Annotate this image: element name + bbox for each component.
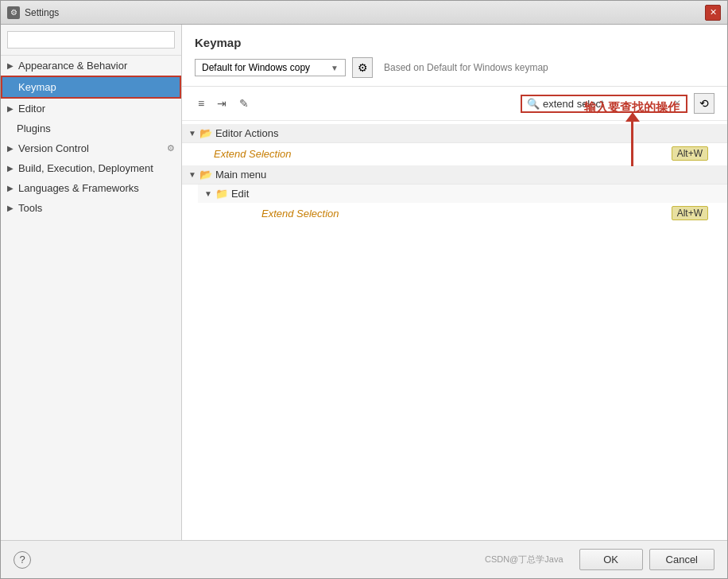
help-button[interactable]: ? [14,551,31,569]
sidebar-item-editor[interactable]: ▶ Editor [1,99,181,119]
item-name: Extend Selection [214,148,292,160]
tree-sub-header[interactable]: ▼ 📁 Edit [198,185,727,203]
sidebar-item-label: Languages & Frameworks [18,182,139,194]
bottom-bar: ? CSDN@丁总学Java OK Cancel [1,540,727,578]
search-clear-icon[interactable]: ✕ [673,98,681,109]
main-panel: Keymap Default for Windows copy ▼ ⚙ Base… [182,25,727,540]
chevron-right-icon: ▶ [7,204,14,212]
vcs-gear-icon: ⚙ [167,143,175,153]
close-button[interactable]: ✕ [705,5,721,21]
item-name: Extend Selection [261,208,339,220]
sidebar-item-label: Keymap [18,81,56,93]
tree-expand-icon: ▼ [188,129,196,138]
tree-group-editor-actions: ▼ 📂 Editor Actions Extend Selection Alt+… [182,124,727,164]
search-box: 🔍 ✕ [521,95,687,113]
title-bar: ⚙ Settings ✕ [1,1,727,25]
app-icon: ⚙ [7,6,20,19]
settings-window: ⚙ Settings ✕ ▶ Appearance & Behavior Key… [0,0,728,579]
keymap-dropdown-value: Default for Windows copy [202,62,310,73]
sidebar: ▶ Appearance & Behavior Keymap ▶ Editor … [1,25,182,540]
keymap-dropdown[interactable]: Default for Windows copy ▼ [195,59,346,76]
item-shortcut: Alt+W [672,146,708,161]
folder-icon: 📂 [199,127,212,139]
edit-button[interactable]: ✎ [236,95,252,111]
tree-expand-icon: ▼ [188,170,196,179]
sidebar-item-plugins[interactable]: Plugins [1,119,181,138]
sidebar-item-label: Build, Execution, Deployment [18,162,153,174]
main-title: Keymap [195,36,714,49]
sidebar-item-label: Plugins [17,122,51,134]
based-on-text: Based on Default for Windows keymap [384,62,548,73]
tree-group-main-menu: ▼ 📂 Main menu ▼ 📁 Edit [182,165,727,223]
main-content-wrapper: Keymap Default for Windows copy ▼ ⚙ Base… [182,25,727,540]
search-input[interactable] [543,98,670,110]
folder-icon: 📁 [215,188,228,200]
toolbar: ≡ ⇥ ✎ 🔍 ✕ ⟲ [182,87,727,121]
search-icon: 🔍 [527,98,540,110]
keymap-controls: Default for Windows copy ▼ ⚙ Based on De… [195,57,714,78]
ok-button[interactable]: OK [579,549,643,570]
cancel-button[interactable]: Cancel [649,549,714,570]
chevron-right-icon: ▶ [7,104,14,113]
folder-icon: 📂 [199,169,212,181]
tree-group-header[interactable]: ▼ 📂 Editor Actions [182,124,727,143]
sidebar-item-languages[interactable]: ▶ Languages & Frameworks [1,178,181,198]
search-history-button[interactable]: ⟲ [694,93,714,114]
dropdown-chevron-icon: ▼ [331,64,339,72]
window-title: Settings [25,7,59,18]
sidebar-item-keymap[interactable]: Keymap [1,76,181,99]
expand-button[interactable]: ⇥ [214,95,230,111]
group-name: Main menu [215,169,266,181]
chevron-right-icon: ▶ [7,164,14,173]
filter-button[interactable]: ≡ [195,95,207,111]
sidebar-search-input[interactable] [7,31,175,49]
chevron-right-icon: ▶ [7,61,14,70]
sidebar-item-label: Version Control [18,142,89,154]
gear-icon: ⚙ [358,61,368,74]
keymap-gear-button[interactable]: ⚙ [352,57,373,78]
sidebar-item-tools[interactable]: ▶ Tools [1,198,181,218]
help-icon: ? [19,554,25,565]
item-shortcut: Alt+W [672,206,708,220]
sidebar-search-area [1,25,181,56]
content-area: ▶ Appearance & Behavior Keymap ▶ Editor … [1,25,727,540]
main-header: Keymap Default for Windows copy ▼ ⚙ Base… [182,25,727,87]
sub-group-name: Edit [231,188,249,200]
group-name: Editor Actions [215,127,279,139]
sidebar-item-version-control[interactable]: ▶ Version Control ⚙ [1,138,181,158]
tree-item[interactable]: Extend Selection Alt+W [182,143,727,164]
sidebar-item-label: Editor [18,103,45,115]
chevron-right-icon: ▶ [7,144,14,153]
sidebar-item-label: Appearance & Behavior [18,60,127,72]
sidebar-item-appearance[interactable]: ▶ Appearance & Behavior [1,56,181,76]
tree-expand-icon: ▼ [204,189,212,198]
sidebar-item-build[interactable]: ▶ Build, Execution, Deployment [1,158,181,178]
watermark-text: CSDN@丁总学Java [485,554,563,565]
tree-area: ▼ 📂 Editor Actions Extend Selection Alt+… [182,121,727,540]
sidebar-item-label: Tools [18,202,42,214]
sidebar-items-list: ▶ Appearance & Behavior Keymap ▶ Editor … [1,56,181,540]
tree-item[interactable]: Extend Selection Alt+W [198,203,727,223]
dialog-buttons: OK Cancel [579,549,714,570]
title-bar-left: ⚙ Settings [7,6,59,19]
chevron-right-icon: ▶ [7,184,14,192]
history-icon: ⟲ [699,97,709,110]
tree-group-header[interactable]: ▼ 📂 Main menu [182,165,727,185]
tree-sub-group-edit: ▼ 📁 Edit Extend Selection Alt+W [182,185,727,223]
